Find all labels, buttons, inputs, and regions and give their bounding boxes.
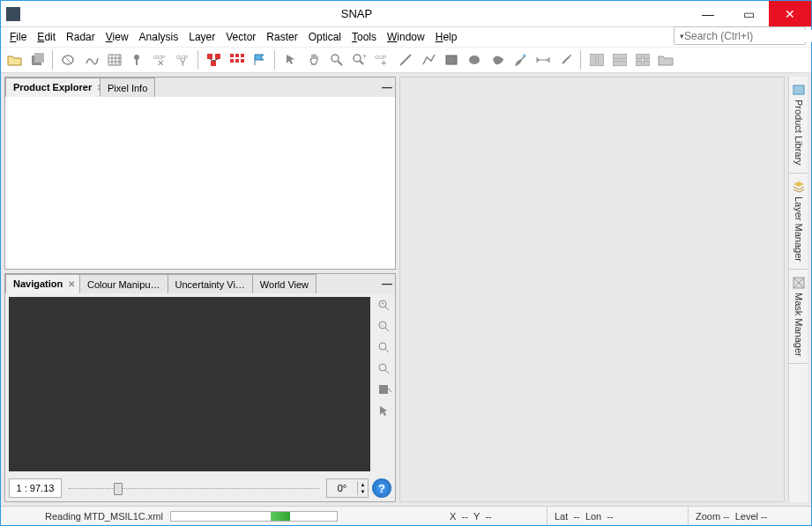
menu-window[interactable]: Window (382, 29, 430, 45)
close-icon[interactable]: ✕ (68, 279, 75, 289)
help-icon[interactable]: ? (372, 478, 391, 498)
menu-edit[interactable]: Edit (32, 29, 61, 45)
draw-tool-icon[interactable] (510, 49, 531, 70)
folder-icon[interactable] (655, 49, 676, 70)
menu-tools[interactable]: Tools (346, 29, 382, 45)
svg-line-53 (385, 370, 389, 374)
tab-uncertainty-visualisation[interactable]: Uncertainty Vi… (168, 274, 253, 293)
pan-icon[interactable] (303, 49, 324, 70)
sync-views-icon[interactable] (376, 382, 393, 399)
zoom-icon[interactable] (326, 49, 347, 70)
svg-rect-30 (446, 56, 457, 64)
product-explorer-body[interactable] (5, 96, 395, 269)
svg-text:Y: Y (180, 58, 186, 67)
polygon-tool-icon[interactable] (487, 49, 508, 70)
layout-v-icon[interactable] (609, 49, 630, 70)
polyline-tool-icon[interactable] (418, 49, 439, 70)
tab-product-explorer[interactable]: Product Explorer ✕ (5, 78, 101, 97)
close-icon[interactable]: ✕ (97, 83, 101, 93)
shape-tool-2-icon[interactable] (81, 49, 102, 70)
gcp-plus-icon[interactable]: GCP+ (372, 49, 393, 70)
open-icon[interactable] (4, 49, 26, 70)
sync-cursor-icon[interactable] (376, 403, 393, 420)
red-graph-icon[interactable] (204, 49, 225, 70)
progress-bar (170, 511, 338, 522)
svg-rect-41 (644, 54, 650, 59)
zoom-slider[interactable] (69, 478, 319, 498)
sidebar-mask-manager[interactable]: Mask Manager (789, 270, 808, 365)
svg-rect-38 (613, 54, 627, 59)
mask-icon (793, 277, 805, 289)
rotation-spinner[interactable]: 0° ▲ ▼ (326, 478, 369, 498)
minimize-panel-icon[interactable]: — (379, 78, 395, 97)
svg-rect-16 (230, 54, 234, 57)
tab-pixel-info[interactable]: Pixel Info (100, 78, 155, 97)
menu-help[interactable]: Help (430, 29, 463, 45)
menu-vector[interactable]: Vector (220, 29, 261, 45)
svg-rect-18 (241, 54, 244, 57)
zoom-plus-icon[interactable]: + (349, 49, 370, 70)
pin-tool-icon[interactable] (127, 49, 148, 70)
tab-colour-manipulation[interactable]: Colour Manipu… (79, 274, 168, 293)
shape-tool-1-icon[interactable] (58, 49, 79, 70)
editor-area[interactable] (399, 77, 785, 502)
sidebar-product-library[interactable]: Product Library (789, 77, 808, 174)
zoom-out-icon[interactable]: - (376, 318, 393, 336)
search-box[interactable]: ▾ (674, 26, 806, 45)
svg-line-5 (64, 56, 71, 63)
range-tool-icon[interactable] (533, 49, 554, 70)
zoom-fit-icon[interactable] (376, 339, 393, 357)
search-input[interactable] (684, 30, 812, 42)
batch-icon[interactable] (227, 49, 248, 70)
maximize-button[interactable]: ▭ (728, 1, 769, 26)
svg-rect-36 (590, 54, 596, 66)
grid-tool-icon[interactable] (104, 49, 125, 70)
tab-world-view[interactable]: World View (252, 274, 317, 293)
ellipse-tool-icon[interactable] (464, 49, 485, 70)
pointer-icon[interactable] (280, 49, 302, 70)
close-button[interactable]: ✕ (769, 1, 811, 26)
slider-thumb[interactable] (114, 483, 123, 495)
line-tool-icon[interactable] (395, 49, 416, 70)
svg-rect-43 (644, 61, 650, 66)
sidebar-layer-manager[interactable]: Layer Manager (789, 174, 808, 270)
menu-file[interactable]: File (4, 29, 32, 45)
app-icon (6, 7, 20, 21)
rotation-up-icon[interactable]: ▲ (357, 481, 368, 488)
menu-analysis[interactable]: Analysis (134, 29, 184, 45)
menu-layer[interactable]: Layer (183, 29, 220, 45)
rect-tool-icon[interactable] (441, 49, 462, 70)
svg-line-34 (562, 56, 570, 63)
main-area: Product Explorer ✕ Pixel Info — Navigati… (1, 73, 811, 506)
menu-raster[interactable]: Raster (261, 29, 302, 45)
library-icon (793, 84, 805, 96)
menu-radar[interactable]: Radar (61, 29, 101, 45)
rotation-down-icon[interactable]: ▼ (357, 488, 368, 495)
svg-rect-39 (613, 61, 627, 66)
title-bar: SNAP — ▭ ✕ (1, 1, 811, 27)
gcp-x-icon[interactable]: GCP✕ (150, 49, 171, 70)
flag-tool-icon[interactable] (250, 49, 271, 70)
menu-view[interactable]: View (101, 29, 134, 45)
wand-tool-icon[interactable] (555, 49, 577, 70)
minimize-button[interactable]: — (688, 1, 728, 26)
svg-point-32 (524, 55, 526, 57)
minimize-panel-icon[interactable]: — (379, 274, 395, 293)
svg-line-15 (213, 59, 218, 61)
svg-rect-12 (215, 54, 220, 59)
navigation-canvas[interactable] (9, 297, 370, 471)
svg-text:-: - (381, 322, 384, 328)
zoom-in-icon[interactable]: + (376, 297, 393, 315)
layout-grid-icon[interactable] (632, 49, 653, 70)
menu-optical[interactable]: Optical (303, 29, 346, 45)
layout-h-icon[interactable] (586, 49, 607, 70)
zoom-ratio-field[interactable] (9, 478, 62, 498)
svg-point-31 (469, 56, 480, 64)
toolbar: GCP✕ GCPY + GCP+ (1, 47, 811, 73)
svg-text:+: + (362, 53, 367, 61)
gcp-y-icon[interactable]: GCPY (173, 49, 194, 70)
tab-navigation[interactable]: Navigation ✕ (5, 274, 80, 293)
save-all-icon[interactable] (27, 49, 48, 70)
svg-point-50 (379, 343, 386, 350)
zoom-actual-icon[interactable] (376, 360, 393, 378)
